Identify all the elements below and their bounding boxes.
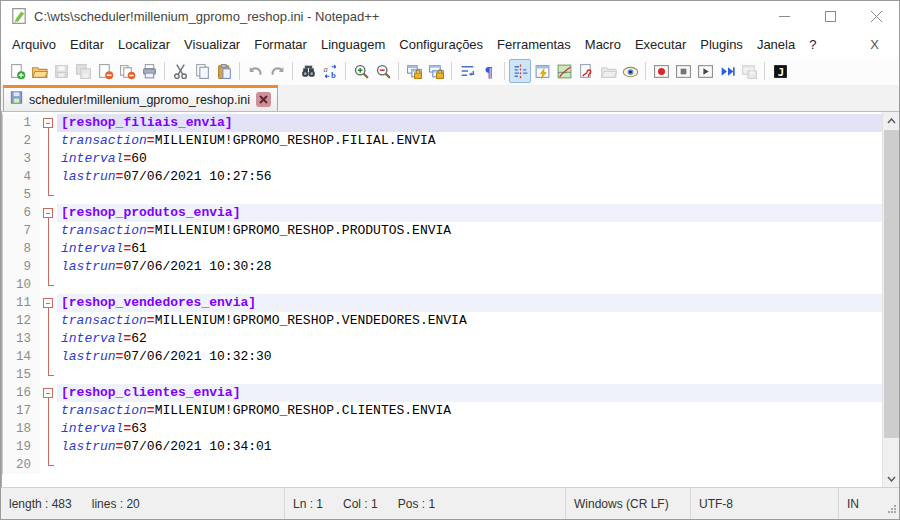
user-defined-dialog-button[interactable]: [575, 59, 597, 83]
word-wrap-button[interactable]: [456, 59, 478, 83]
fold-collapse-icon[interactable]: [43, 388, 53, 398]
menu-item-plugins[interactable]: Plugins: [693, 34, 750, 55]
zoom-out-button[interactable]: [372, 59, 394, 83]
line-text[interactable]: [57, 276, 882, 294]
line-text[interactable]: transaction=MILLENIUM!GPROMO_RESHOP.VEND…: [57, 312, 882, 330]
play-macro-button[interactable]: [694, 59, 716, 83]
copy-button[interactable]: [191, 59, 213, 83]
print-button[interactable]: [138, 59, 160, 83]
editor-line-11[interactable]: 11[reshop_vendedores_envia]: [2, 294, 882, 312]
menubar-close-icon[interactable]: X: [864, 35, 885, 54]
vertical-scrollbar[interactable]: [882, 112, 899, 487]
open-file-button[interactable]: [28, 59, 50, 83]
editor-line-1[interactable]: 1[reshop_filiais_envia]: [2, 114, 882, 132]
editor-line-2[interactable]: 2transaction=MILLENIUM!GPROMO_RESHOP.FIL…: [2, 132, 882, 150]
editor-line-3[interactable]: 3interval=60: [2, 150, 882, 168]
run-macro-multiple-times-button[interactable]: [716, 59, 738, 83]
line-text[interactable]: [reshop_filiais_envia]: [57, 114, 882, 132]
line-text[interactable]: lastrun=07/06/2021 10:30:28: [57, 258, 882, 276]
show-all-characters-button[interactable]: ¶: [478, 59, 500, 83]
line-text[interactable]: interval=60: [57, 150, 882, 168]
line-text[interactable]: lastrun=07/06/2021 10:32:30: [57, 348, 882, 366]
fold-collapse-icon[interactable]: [43, 118, 53, 128]
line-text[interactable]: [reshop_produtos_envia]: [57, 204, 882, 222]
close-file-button[interactable]: [94, 59, 116, 83]
menu-item-configuraes[interactable]: Configurações: [392, 34, 490, 55]
menu-item-localizar[interactable]: Localizar: [111, 34, 177, 55]
editor-line-7[interactable]: 7transaction=MILLENIUM!GPROMO_RESHOP.PRO…: [2, 222, 882, 240]
menu-item-macro[interactable]: Macro: [578, 34, 628, 55]
sync-vertical-scroll-button[interactable]: [403, 59, 425, 83]
tab-close-icon[interactable]: [256, 92, 271, 107]
editor-line-6[interactable]: 6[reshop_produtos_envia]: [2, 204, 882, 222]
replace-button[interactable]: ab: [319, 59, 341, 83]
file-monitoring-button[interactable]: [619, 59, 641, 83]
line-text[interactable]: [reshop_vendedores_envia]: [57, 294, 882, 312]
menu-item-janela[interactable]: Janela: [750, 34, 802, 55]
editor-line-18[interactable]: 18interval=63: [2, 420, 882, 438]
scroll-down-icon[interactable]: [883, 470, 899, 487]
scroll-up-icon[interactable]: [883, 112, 899, 129]
menu-item-visualizar[interactable]: Visualizar: [177, 34, 247, 55]
line-text[interactable]: lastrun=07/06/2021 10:34:01: [57, 438, 882, 456]
cut-button[interactable]: [169, 59, 191, 83]
menu-item-ferramentas[interactable]: Ferramentas: [490, 34, 578, 55]
editor-line-5[interactable]: 5: [2, 186, 882, 204]
editor-line-15[interactable]: 15: [2, 366, 882, 384]
fold-collapse-icon[interactable]: [43, 208, 53, 218]
sync-horizontal-scroll-button[interactable]: [425, 59, 447, 83]
line-text[interactable]: transaction=MILLENIUM!GPROMO_RESHOP.PROD…: [57, 222, 882, 240]
stop-macro-button[interactable]: [672, 59, 694, 83]
text-editor[interactable]: 1[reshop_filiais_envia]2transaction=MILL…: [2, 112, 882, 487]
editor-line-13[interactable]: 13interval=62: [2, 330, 882, 348]
record-macro-button[interactable]: [650, 59, 672, 83]
editor-line-9[interactable]: 9lastrun=07/06/2021 10:30:28: [2, 258, 882, 276]
menu-item-executar[interactable]: Executar: [628, 34, 693, 55]
fold-collapse-icon[interactable]: [43, 298, 53, 308]
zoom-in-button[interactable]: [350, 59, 372, 83]
menu-item-linguagem[interactable]: Linguagem: [314, 34, 392, 55]
editor-line-14[interactable]: 14lastrun=07/06/2021 10:32:30: [2, 348, 882, 366]
line-text[interactable]: interval=61: [57, 240, 882, 258]
editor-line-12[interactable]: 12transaction=MILLENIUM!GPROMO_RESHOP.VE…: [2, 312, 882, 330]
editor-line-8[interactable]: 8interval=61: [2, 240, 882, 258]
fold-margin[interactable]: [40, 114, 57, 132]
find-button[interactable]: [297, 59, 319, 83]
editor-line-19[interactable]: 19lastrun=07/06/2021 10:34:01: [2, 438, 882, 456]
editor-line-16[interactable]: 16[reshop_clientes_envia]: [2, 384, 882, 402]
scrollbar-thumb[interactable]: [884, 130, 899, 438]
maximize-icon[interactable]: [807, 1, 853, 31]
line-text[interactable]: interval=62: [57, 330, 882, 348]
tab-scheduler-ini[interactable]: scheduler!millenium_gpromo_reshop.ini: [3, 85, 278, 111]
line-text[interactable]: transaction=MILLENIUM!GPROMO_RESHOP.CLIE…: [57, 402, 882, 420]
show-indent-guide-button[interactable]: [509, 59, 531, 83]
menu-item-formatar[interactable]: Formatar: [247, 34, 314, 55]
resize-grip[interactable]: [887, 503, 897, 517]
editor-line-17[interactable]: 17transaction=MILLENIUM!GPROMO_RESHOP.CL…: [2, 402, 882, 420]
undo-button[interactable]: [244, 59, 266, 83]
redo-button[interactable]: [266, 59, 288, 83]
editor-line-20[interactable]: 20: [2, 456, 882, 474]
menu-item-?[interactable]: ?: [802, 34, 823, 55]
plugin-j-button[interactable]: J: [769, 59, 791, 83]
new-file-button[interactable]: [6, 59, 28, 83]
line-text[interactable]: [57, 186, 882, 204]
fold-margin[interactable]: [40, 204, 57, 222]
line-text[interactable]: [57, 456, 882, 474]
minimize-icon[interactable]: [761, 1, 807, 31]
editor-line-4[interactable]: 4lastrun=07/06/2021 10:27:56: [2, 168, 882, 186]
function-completion-button[interactable]: [531, 59, 553, 83]
line-text[interactable]: lastrun=07/06/2021 10:27:56: [57, 168, 882, 186]
close-icon[interactable]: [853, 1, 899, 31]
paste-button[interactable]: [213, 59, 235, 83]
document-map-button[interactable]: [553, 59, 575, 83]
menu-item-editar[interactable]: Editar: [63, 34, 111, 55]
close-all-button[interactable]: [116, 59, 138, 83]
line-text[interactable]: transaction=MILLENIUM!GPROMO_RESHOP.FILI…: [57, 132, 882, 150]
line-text[interactable]: interval=63: [57, 420, 882, 438]
fold-margin[interactable]: [40, 384, 57, 402]
editor-line-10[interactable]: 10: [2, 276, 882, 294]
line-text[interactable]: [reshop_clientes_envia]: [57, 384, 882, 402]
fold-margin[interactable]: [40, 294, 57, 312]
line-text[interactable]: [57, 366, 882, 384]
